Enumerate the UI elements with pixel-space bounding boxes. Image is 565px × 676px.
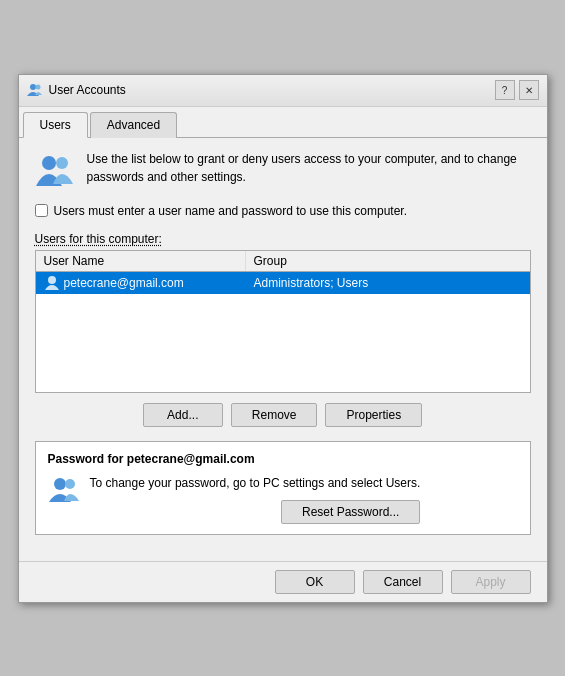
- user-accounts-dialog: User Accounts ? ✕ Users Advanced Use the: [18, 74, 548, 603]
- password-section-title: Password for petecrane@gmail.com: [48, 452, 518, 466]
- table-body: petecrane@gmail.com Administrators; User…: [36, 272, 530, 392]
- svg-point-5: [54, 478, 66, 490]
- tab-users[interactable]: Users: [23, 112, 88, 138]
- reset-password-button[interactable]: Reset Password...: [281, 500, 420, 524]
- user-action-buttons: Add... Remove Properties: [35, 403, 531, 427]
- svg-point-1: [35, 85, 40, 90]
- table-row[interactable]: petecrane@gmail.com Administrators; User…: [36, 272, 530, 294]
- password-section: Password for petecrane@gmail.com To chan…: [35, 441, 531, 535]
- password-icon: [48, 474, 80, 506]
- cell-group: Administrators; Users: [246, 272, 530, 294]
- svg-point-4: [48, 276, 56, 284]
- cell-username: petecrane@gmail.com: [36, 272, 246, 294]
- reset-btn-row: Reset Password...: [90, 500, 421, 524]
- col-username: User Name: [36, 251, 246, 271]
- svg-point-3: [56, 157, 68, 169]
- title-bar-controls: ? ✕: [495, 80, 539, 100]
- col-group: Group: [246, 251, 530, 271]
- info-section: Use the list below to grant or deny user…: [35, 150, 531, 190]
- title-bar-left: User Accounts: [27, 82, 126, 98]
- tab-content: Use the list below to grant or deny user…: [19, 138, 547, 561]
- add-button[interactable]: Add...: [143, 403, 223, 427]
- remove-button[interactable]: Remove: [231, 403, 318, 427]
- svg-point-2: [42, 156, 56, 170]
- apply-button[interactable]: Apply: [451, 570, 531, 594]
- svg-point-6: [65, 479, 75, 489]
- password-checkbox-row: Users must enter a user name and passwor…: [35, 204, 531, 218]
- properties-button[interactable]: Properties: [325, 403, 422, 427]
- bottom-bar: OK Cancel Apply: [19, 561, 547, 602]
- user-table: User Name Group petecrane@gmail.com Admi…: [35, 250, 531, 393]
- users-section-label: Users for this computer:: [35, 232, 531, 246]
- tab-advanced[interactable]: Advanced: [90, 112, 177, 138]
- title-bar: User Accounts ? ✕: [19, 75, 547, 107]
- close-button[interactable]: ✕: [519, 80, 539, 100]
- info-text: Use the list below to grant or deny user…: [87, 150, 531, 186]
- help-button[interactable]: ?: [495, 80, 515, 100]
- table-header: User Name Group: [36, 251, 530, 272]
- password-checkbox-label[interactable]: Users must enter a user name and passwor…: [54, 204, 408, 218]
- tab-bar: Users Advanced: [19, 107, 547, 138]
- svg-point-0: [30, 84, 36, 90]
- ok-button[interactable]: OK: [275, 570, 355, 594]
- dialog-icon: [27, 82, 43, 98]
- users-icon: [35, 150, 75, 190]
- password-info: To change your password, go to PC settin…: [48, 474, 518, 524]
- row-user-icon: [44, 275, 60, 291]
- dialog-title: User Accounts: [49, 83, 126, 97]
- password-info-text: To change your password, go to PC settin…: [90, 474, 421, 492]
- cancel-button[interactable]: Cancel: [363, 570, 443, 594]
- password-checkbox[interactable]: [35, 204, 48, 217]
